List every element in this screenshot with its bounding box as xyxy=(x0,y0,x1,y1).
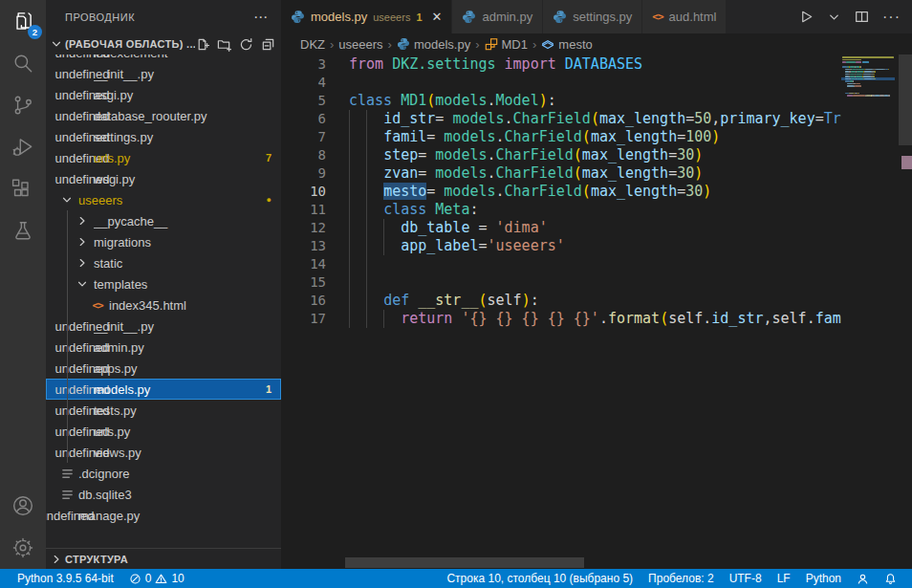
tree-item-urls-py[interactable]: undefinedurls.py7 xyxy=(46,147,281,168)
modified-dot-badge: ● xyxy=(267,195,271,205)
tree-item-init-py[interactable]: undefined__init__.py xyxy=(46,316,281,337)
status-python-interpreter[interactable]: Python 3.9.5 64-bit xyxy=(10,569,121,588)
run-dropdown-icon[interactable] xyxy=(827,10,841,24)
tree-item-apps-py[interactable]: undefinedapps.py xyxy=(46,358,281,379)
activity-item-run-debug[interactable] xyxy=(0,126,46,168)
tree-item-init-py[interactable]: undefined__init__.py xyxy=(46,63,281,84)
status-feedback[interactable] xyxy=(849,569,877,588)
status-label: Python xyxy=(806,572,841,585)
tree-item-views-py[interactable]: undefinedviews.py xyxy=(46,442,281,463)
tree-item-label: wsgi.py xyxy=(94,172,271,186)
code-token: Meta xyxy=(435,201,469,218)
status-encoding[interactable]: UTF-8 xyxy=(722,569,770,588)
status-eol-sequence[interactable]: LF xyxy=(770,569,798,588)
tree-item-settings-py[interactable]: undefinedsettings.py xyxy=(46,126,281,147)
more-actions-icon[interactable]: ··· xyxy=(882,9,901,26)
line-number: 4 xyxy=(281,74,326,92)
tree-item-dcignore[interactable]: .dcignore xyxy=(46,463,281,484)
code-line-7[interactable]: 7 famil= models.CharField(max_length=100… xyxy=(281,128,841,146)
activity-item-testing[interactable] xyxy=(0,210,46,252)
tree-item-db-sqlite3[interactable]: db.sqlite3 xyxy=(46,484,281,505)
code-token: DKZ.settings xyxy=(392,55,495,73)
breadcrumb-item-mesto[interactable]: mesto xyxy=(541,37,592,52)
activity-item-extensions[interactable] xyxy=(0,168,46,210)
code-line-3[interactable]: 3from DKZ.settings import DATABASES xyxy=(281,55,841,74)
code-line-13[interactable]: 13 app_label='useeers' xyxy=(281,237,841,255)
code-line-10[interactable]: 10 mesto= models.CharField(max_length=30… xyxy=(281,183,841,201)
breadcrumb-item-useeers[interactable]: useeers xyxy=(338,37,382,52)
tree-item-migrations[interactable]: migrations xyxy=(46,231,281,252)
code-line-8[interactable]: 8 step= models.CharField(max_length=30) xyxy=(281,146,841,164)
minimap-line xyxy=(866,95,871,97)
tab-models-py[interactable]: models.pyuseeers1✕ xyxy=(281,0,451,33)
symbol-class-icon xyxy=(485,37,498,51)
code-token: MD1 xyxy=(401,92,426,109)
horizontal-scrollbar[interactable] xyxy=(345,557,584,568)
tree-item-models-py[interactable]: undefinedmodels.py1 xyxy=(46,379,281,400)
code-token: = xyxy=(478,237,487,254)
vertical-scrollbar[interactable] xyxy=(899,54,912,569)
tree-item-database-roouter-py[interactable]: undefineddatabase_roouter.py xyxy=(46,105,281,126)
tree-item-indexelement[interactable]: undefinedindexelement xyxy=(46,54,281,63)
status-language-mode[interactable]: Python xyxy=(798,569,849,588)
tree-item-admin-py[interactable]: undefinedadmin.py xyxy=(46,337,281,358)
code-line-5[interactable]: 5class MD1(models.Model): xyxy=(281,92,841,110)
new-folder-icon[interactable] xyxy=(217,37,231,52)
split-editor-icon[interactable] xyxy=(855,10,869,24)
warning-icon xyxy=(155,573,167,585)
tree-item-static[interactable]: static xyxy=(46,252,281,273)
tree-item-templates[interactable]: templates xyxy=(46,273,281,294)
tree-item-wsgi-py[interactable]: undefinedwsgi.py xyxy=(46,168,281,189)
py-file-icon: undefined xyxy=(59,508,75,523)
status-indentation[interactable]: Пробелов: 2 xyxy=(641,569,722,588)
activity-item-settings-gear[interactable] xyxy=(0,527,46,569)
status-label: Python 3.9.5 64-bit xyxy=(17,572,114,585)
tree-item-index345-html[interactable]: <>index345.html xyxy=(46,294,281,316)
activity-item-account[interactable] xyxy=(0,485,46,527)
breadcrumb-item-dkz[interactable]: DKZ xyxy=(300,37,325,52)
breadcrumb-label: models.py xyxy=(414,37,470,52)
tree-item-label: __init__.py xyxy=(94,319,271,334)
tree-item-manage-py[interactable]: undefinedmanage.py xyxy=(46,505,281,526)
code-line-4[interactable]: 4 xyxy=(281,74,841,92)
scrollbar-thumb[interactable] xyxy=(899,54,912,145)
code-line-6[interactable]: 6 id_str= models.CharField(max_length=50… xyxy=(281,110,841,128)
tree-item-urls-py[interactable]: undefinedurls.py xyxy=(46,421,281,442)
run-icon[interactable] xyxy=(799,10,814,24)
new-file-icon[interactable] xyxy=(195,37,209,52)
tree-item-useeers[interactable]: useeers● xyxy=(46,189,281,210)
collapse-all-icon[interactable] xyxy=(261,37,275,52)
code-editor[interactable]: 3from DKZ.settings import DATABASES45cla… xyxy=(281,54,912,569)
activity-item-explorer[interactable]: 2 xyxy=(0,0,46,42)
close-icon[interactable]: ✕ xyxy=(432,10,443,24)
tree-item-asgi-py[interactable]: undefinedasgi.py xyxy=(46,84,281,105)
tab-aud-html[interactable]: <>aud.html xyxy=(642,0,726,33)
status-cursor-position[interactable]: Строка 10, столбец 10 (выбрано 5) xyxy=(439,569,641,588)
breadcrumb-item-md1[interactable]: MD1 xyxy=(485,37,528,52)
refresh-icon[interactable] xyxy=(239,37,253,52)
outline-section-header[interactable]: СТРУКТУРА xyxy=(46,548,281,569)
code-line-14[interactable]: 14 xyxy=(281,255,841,273)
minimap[interactable] xyxy=(841,54,895,569)
code-line-9[interactable]: 9 zvan= models.CharField(max_length=30) xyxy=(281,164,841,183)
activity-item-search[interactable] xyxy=(0,42,46,84)
more-actions-icon[interactable]: ⋯ xyxy=(253,9,268,26)
activity-item-source-control[interactable] xyxy=(0,84,46,126)
breadcrumb-item-models-py[interactable]: models.py xyxy=(397,37,470,52)
tab-admin-py[interactable]: admin.py xyxy=(452,0,542,33)
code-token xyxy=(349,183,383,200)
code-token: DATABASES xyxy=(565,55,642,73)
workspace-section-header[interactable]: (РАБОЧАЯ ОБЛАСТЬ) ... xyxy=(46,33,281,54)
code-line-11[interactable]: 11 class Meta: xyxy=(281,201,841,219)
code-line-15[interactable]: 15 xyxy=(281,273,841,292)
code-line-16[interactable]: 16 def __str__(self): xyxy=(281,292,841,310)
tree-item-pycache[interactable]: __pycache__ xyxy=(46,210,281,231)
tree-item-tests-py[interactable]: undefinedtests.py xyxy=(46,400,281,421)
code-token: = xyxy=(685,110,694,127)
code-line-17[interactable]: 17 return '{} {} {} {} {}'.format(self.i… xyxy=(281,310,841,328)
code-line-12[interactable]: 12 db_table = 'dima' xyxy=(281,219,841,237)
tab-settings-py[interactable]: settings.py xyxy=(543,0,641,33)
code-token: ( xyxy=(426,92,435,109)
status-bell[interactable] xyxy=(877,569,904,588)
status-problems[interactable]: 010 xyxy=(121,569,192,588)
